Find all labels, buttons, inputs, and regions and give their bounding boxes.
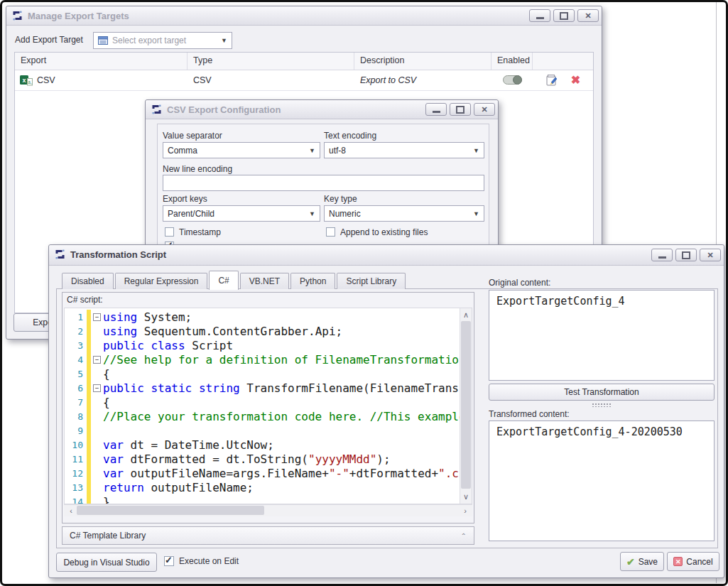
test-transformation-button[interactable]: Test Transformation [489,384,715,401]
close-icon[interactable]: ✕ [577,9,599,22]
col-actions [533,53,593,70]
tab-regular-expression[interactable]: Regular Expression [115,273,208,289]
code-editor-group: C# script: 1−using System;2using Sequent… [62,292,474,523]
new-line-encoding-label: New line encoding [163,164,232,174]
original-content-label: Original content: [489,278,550,288]
minimize-icon[interactable] [529,9,550,22]
fold-collapse-icon[interactable]: − [93,313,101,321]
maximize-icon[interactable] [675,249,697,261]
scroll-right-icon[interactable]: › [460,506,471,515]
text-encoding-dropdown[interactable]: utf-8▼ [324,142,484,158]
template-library-bar[interactable]: C# Template Library ⌃ [62,526,474,545]
code-line: 10var dt = DateTime.UtcNow; [65,438,472,452]
scroll-up-icon[interactable]: ∧ [460,310,472,320]
tab-disabled[interactable]: Disabled [62,273,114,289]
export-keys-dropdown[interactable]: Parent/Child▼ [163,205,320,222]
cancel-x-icon: ✕ [673,557,683,566]
add-export-target-label: Add Export Target [15,35,83,45]
vscroll-thumb[interactable] [461,321,471,489]
vertical-scrollbar[interactable]: ∧ ∨ [460,308,472,504]
table-row[interactable]: xa, CSV CSV Export to CSV ✖ [15,70,593,91]
select-export-target-dropdown[interactable]: Select export target ▼ [93,32,232,49]
code-line: 7{ [65,395,472,409]
code-line: 14} [65,494,472,504]
code-line: 9 [65,423,472,438]
tab-script-library[interactable]: Script Library [337,273,406,289]
scroll-left-icon[interactable]: ‹ [65,506,77,515]
splitter-handle[interactable] [592,403,612,407]
table-header: Export Type Description Enabled [15,53,593,70]
col-enabled: Enabled [491,53,533,70]
window-title: CSV Export Configuration [167,104,281,115]
code-line: 8//Place your transformation code here. … [65,409,472,423]
app-logo-icon [11,10,23,24]
fold-collapse-icon[interactable]: − [93,356,101,364]
append-checkbox[interactable] [326,227,335,237]
dropdown-placeholder: Select export target [112,36,186,45]
delete-icon[interactable]: ✖ [571,75,580,86]
svg-text:x: x [22,77,26,84]
execute-on-edit-checkbox[interactable] [164,556,174,566]
timestamp-label: Timestamp [179,227,221,237]
execute-on-edit-label: Execute on Edit [179,556,239,566]
timestamp-checkbox[interactable] [165,227,174,237]
value-separator-dropdown[interactable]: Comma▼ [163,142,320,158]
svg-text:a,: a, [28,80,32,85]
hscroll-thumb[interactable] [77,506,264,515]
scroll-down-icon[interactable]: ∨ [460,492,472,501]
transform-titlebar[interactable]: Transformation Script ✕ [49,245,724,266]
export-keys-label: Export keys [163,194,207,204]
manage-titlebar[interactable]: Manage Export Targets ✕ [6,6,602,26]
cell-export: CSV [37,75,188,85]
maximize-icon[interactable] [553,9,575,22]
append-label: Append to existing files [340,227,428,237]
code-line: 13return outputFileName; [65,480,472,494]
csv-titlebar[interactable]: CSV Export Configuration ✕ [146,100,498,119]
chevron-down-icon: ▼ [473,147,479,154]
col-export: Export [15,53,188,70]
code-editor[interactable]: 1−using System;2using Sequentum.ContentG… [64,308,472,504]
tab-vbnet[interactable]: VB.NET [240,273,289,289]
horizontal-scrollbar[interactable]: ‹ › [64,504,472,516]
app-logo-icon [54,249,66,263]
csv-file-icon: xa, [15,75,37,86]
code-line: 1−using System; [65,310,472,324]
col-type: Type [188,53,354,70]
enabled-toggle[interactable] [503,75,522,85]
minimize-icon[interactable] [651,249,673,261]
window-title: Manage Export Targets [28,11,129,21]
code-line: 2using Sequentum.ContentGrabber.Api; [65,324,472,338]
close-icon[interactable]: ✕ [700,249,721,261]
fold-collapse-icon[interactable]: − [93,384,101,392]
transformed-content-textarea[interactable]: ExportTargetConfig_4-20200530 [489,420,715,541]
export-target-icon [98,36,108,45]
cell-type: CSV [188,75,354,85]
edit-icon[interactable] [545,74,558,87]
col-description: Description [354,53,491,70]
code-lines: 1−using System;2using Sequentum.ContentG… [65,310,472,504]
code-line: 6−public static string TransformFilename… [65,381,472,395]
chevron-down-icon: ▼ [473,210,479,217]
chevron-down-icon: ▼ [221,37,227,44]
code-line: 5{ [65,367,472,381]
code-line: 4−//See help for a definition of Filenam… [65,352,472,367]
cancel-button[interactable]: ✕ Cancel [667,552,719,571]
code-line: 11var dtFormatted = dt.ToString("yyyyMMd… [65,452,472,466]
script-label: C# script: [67,295,103,305]
close-icon[interactable]: ✕ [474,103,495,116]
tab-csharp[interactable]: C# [209,271,238,290]
tab-python[interactable]: Python [290,273,335,289]
key-type-dropdown[interactable]: Numeric▼ [324,205,484,222]
script-type-tabs: Disabled Regular Expression C# VB.NET Py… [62,270,407,289]
window-title: Transformation Script [70,249,166,260]
code-line: 3public class Script [65,338,472,352]
debug-visual-studio-button[interactable]: Debug in Visual Studio [56,553,157,572]
transformed-content-label: Transformed content: [489,409,570,419]
maximize-icon[interactable] [450,103,471,116]
save-button[interactable]: ✔ Save [620,552,664,571]
value-separator-label: Value separator [163,131,222,141]
original-content-textarea[interactable]: ExportTargetConfig_4 [489,290,715,381]
minimize-icon[interactable] [425,103,447,116]
new-line-encoding-input[interactable] [163,175,484,191]
screen: Manage Export Targets ✕ Add Export Targe… [0,0,728,586]
